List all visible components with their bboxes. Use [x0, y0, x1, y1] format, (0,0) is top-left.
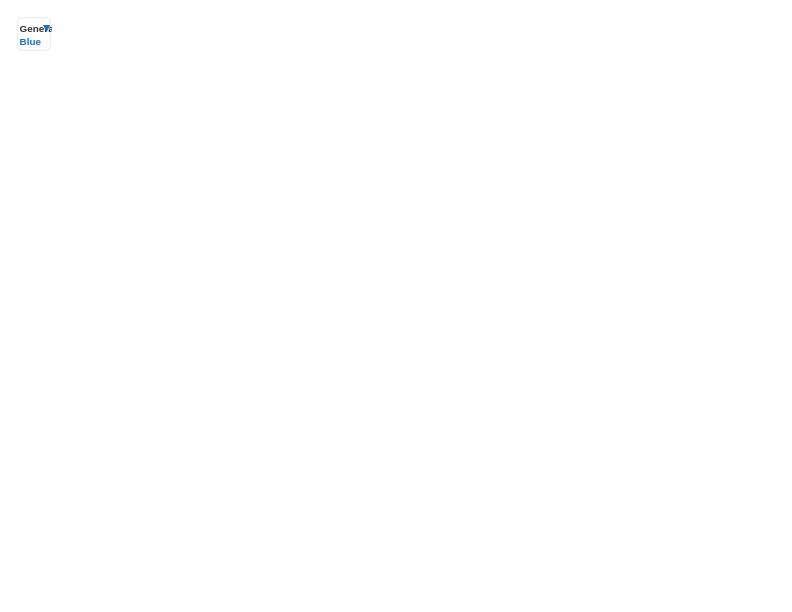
- logo-icon: General Blue: [16, 16, 52, 52]
- header: General Blue: [16, 16, 776, 52]
- logo: General Blue: [16, 16, 52, 52]
- svg-text:Blue: Blue: [20, 36, 42, 47]
